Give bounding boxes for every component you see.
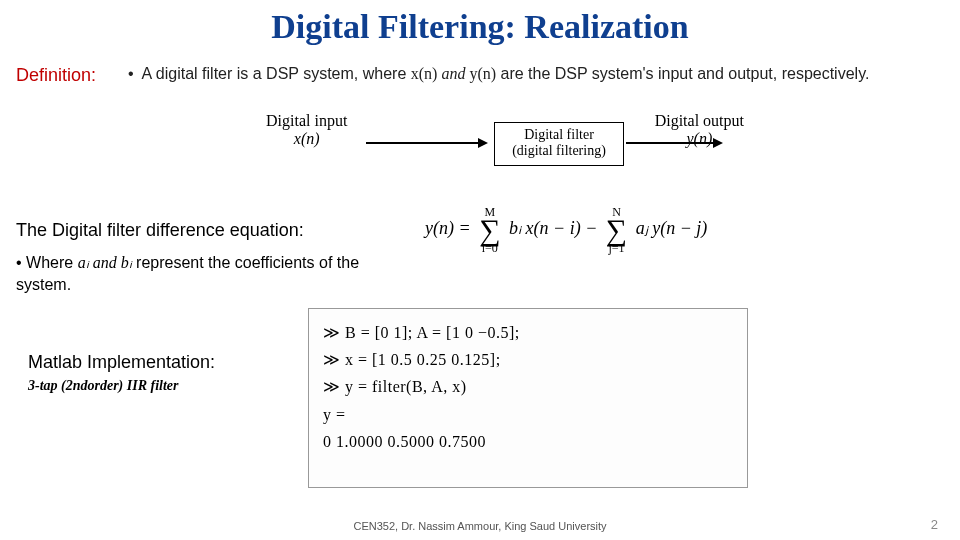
coef-bi: bᵢ	[121, 254, 132, 271]
coef-pre: Where	[26, 254, 78, 271]
diagram-output-var: y(n)	[686, 130, 712, 147]
diagram-input-label: Digital input x(n)	[266, 112, 347, 147]
eq-term2: aⱼ y(n − j)	[636, 218, 708, 238]
coefficients-text: • Where aᵢ and bᵢ represent the coeffici…	[16, 252, 396, 297]
difference-equation: y(n) = M ∑ i=0 bᵢ x(n − i) − N ∑ j=1 aⱼ …	[425, 206, 707, 254]
dot-icon: •	[16, 254, 26, 271]
dot-icon: •	[128, 65, 142, 82]
code-line-5: 0 1.0000 0.5000 0.7500	[323, 428, 733, 455]
matlab-label: Matlab Implementation:	[28, 352, 215, 373]
diagram-output-label: Digital output y(n)	[655, 112, 744, 147]
slide-title: Digital Filtering: Realization	[0, 8, 960, 46]
coef-ai: aᵢ	[78, 254, 89, 271]
code-line-4: y =	[323, 401, 733, 428]
page-number: 2	[931, 517, 938, 532]
def-pre: A digital filter is a DSP system, where	[142, 65, 411, 82]
arrow-right-icon	[366, 142, 486, 144]
block-diagram: Digital input x(n) Digital filter (digit…	[266, 112, 736, 202]
definition-label: Definition:	[16, 65, 96, 86]
diagram-box-line1: Digital filter	[524, 127, 594, 142]
def-xn: x(n)	[411, 65, 438, 82]
slide: Digital Filtering: Realization Definitio…	[0, 0, 960, 540]
diagram-box-line2: (digital filtering)	[512, 143, 606, 158]
code-line-1: ≫ B = [0 1]; A = [1 0 −0.5];	[323, 319, 733, 346]
sum2-lower: j=1	[606, 242, 627, 254]
def-yn: y(n)	[469, 65, 496, 82]
sigma-icon: M ∑ i=0	[479, 206, 500, 254]
sum1-lower: i=0	[479, 242, 500, 254]
diagram-input-top: Digital input	[266, 112, 347, 129]
eq-lhs: y(n) =	[425, 218, 471, 238]
diagram-input-var: x(n)	[294, 130, 320, 147]
difference-equation-label: The Digital filter difference equation:	[16, 220, 304, 241]
eq-term1: bᵢ x(n − i) −	[509, 218, 597, 238]
code-line-2: ≫ x = [1 0.5 0.25 0.125];	[323, 346, 733, 373]
definition-text: • A digital filter is a DSP system, wher…	[128, 63, 938, 85]
diagram-output-top: Digital output	[655, 112, 744, 129]
def-post: are the DSP system's input and output, r…	[496, 65, 869, 82]
sigma-icon: N ∑ j=1	[606, 206, 627, 254]
matlab-subtitle: 3-tap (2ndorder) IIR filter	[28, 378, 179, 394]
def-and: and	[437, 65, 469, 82]
diagram-filter-box: Digital filter (digital filtering)	[494, 122, 624, 166]
matlab-code-box: ≫ B = [0 1]; A = [1 0 −0.5]; ≫ x = [1 0.…	[308, 308, 748, 488]
coef-and: and	[89, 254, 121, 271]
code-line-3: ≫ y = filter(B, A, x)	[323, 373, 733, 400]
footer-text: CEN352, Dr. Nassim Ammour, King Saud Uni…	[0, 520, 960, 532]
